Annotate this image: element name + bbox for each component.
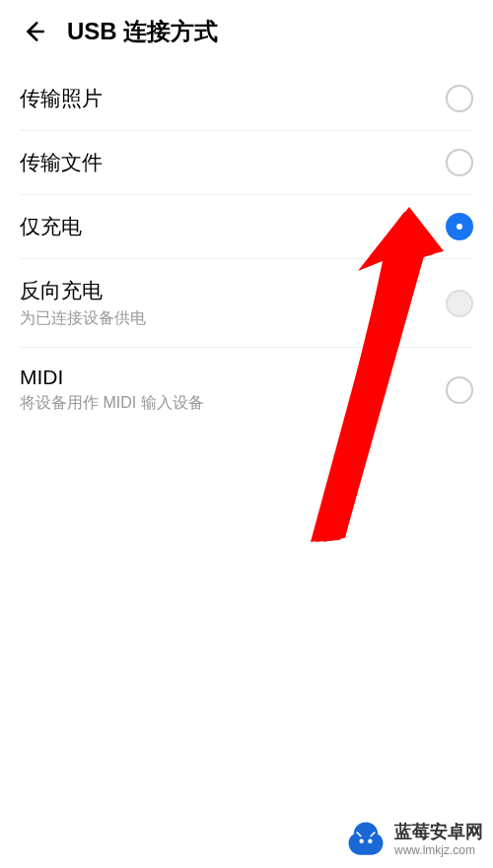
option-text: 传输照片 xyxy=(20,85,103,112)
svg-point-4 xyxy=(368,839,372,843)
option-subtitle: 将设备用作 MIDI 输入设备 xyxy=(20,393,204,414)
option-subtitle: 为已连接设备供电 xyxy=(20,308,146,329)
back-icon[interactable] xyxy=(20,18,47,45)
option-transfer-photos[interactable]: 传输照片 xyxy=(20,67,473,131)
watermark: 蓝莓安卓网 www.lmkjz.com xyxy=(345,819,483,860)
option-text: 仅充电 xyxy=(20,213,82,240)
header: USB 连接方式 xyxy=(0,0,493,67)
svg-point-3 xyxy=(359,839,363,843)
usb-options-list: 传输照片 传输文件 仅充电 反向充电 为已连接设备供电 MIDI 将设备用作 M… xyxy=(0,67,493,432)
option-transfer-files[interactable]: 传输文件 xyxy=(20,131,473,195)
watermark-url: www.lmkjz.com xyxy=(394,843,483,857)
radio-icon-disabled xyxy=(446,290,473,317)
watermark-title: 蓝莓安卓网 xyxy=(394,822,483,843)
page-title: USB 连接方式 xyxy=(67,16,218,47)
watermark-logo-icon xyxy=(345,819,387,860)
option-reverse-charge[interactable]: 反向充电 为已连接设备供电 xyxy=(20,259,473,348)
option-text: MIDI 将设备用作 MIDI 输入设备 xyxy=(20,366,204,414)
radio-icon[interactable] xyxy=(446,149,473,176)
radio-icon-selected[interactable] xyxy=(446,213,473,240)
option-text: 反向充电 为已连接设备供电 xyxy=(20,277,146,329)
option-title: 仅充电 xyxy=(20,213,82,240)
option-text: 传输文件 xyxy=(20,149,103,176)
watermark-text: 蓝莓安卓网 www.lmkjz.com xyxy=(394,822,483,857)
option-title: 传输文件 xyxy=(20,149,103,176)
option-title: 反向充电 xyxy=(20,277,146,304)
radio-icon[interactable] xyxy=(446,85,473,112)
radio-icon[interactable] xyxy=(446,376,473,404)
option-charge-only[interactable]: 仅充电 xyxy=(20,195,473,259)
option-title: 传输照片 xyxy=(20,85,103,112)
option-title: MIDI xyxy=(20,366,204,389)
option-midi[interactable]: MIDI 将设备用作 MIDI 输入设备 xyxy=(20,348,473,432)
